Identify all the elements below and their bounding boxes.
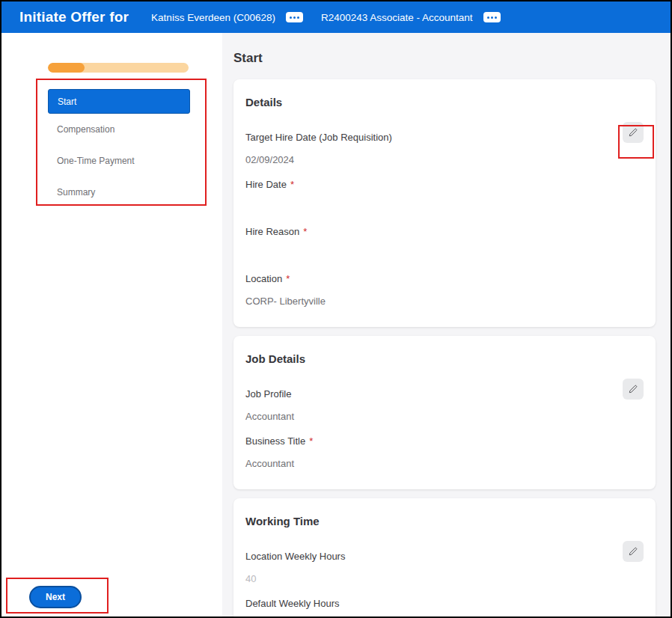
edit-working-time-button[interactable]	[623, 541, 644, 562]
required-marker: *	[290, 179, 294, 190]
field-hire-date: Hire Date*	[245, 178, 644, 214]
step-navigation: Start Compensation One-Time Payment Summ…	[48, 89, 190, 208]
required-marker: *	[286, 273, 290, 284]
working-time-card: Working Time Location Weekly Hours 40 De…	[233, 498, 656, 617]
pencil-icon	[628, 127, 638, 138]
step-one-time-payment[interactable]: One-Time Payment	[48, 145, 190, 177]
step-compensation[interactable]: Compensation	[48, 114, 190, 145]
field-value: 02/09/2024	[245, 153, 644, 167]
step-start[interactable]: Start	[48, 89, 190, 114]
next-button[interactable]: Next	[29, 586, 82, 608]
ellipsis-icon	[487, 16, 489, 19]
field-business-title: Business Title* Accountant	[245, 435, 644, 471]
initiate-offer-page: Initiate Offer for Katniss Everdeen (C00…	[0, 0, 672, 618]
field-default-weekly-hours: Default Weekly Hours	[245, 597, 644, 617]
ellipsis-icon	[290, 16, 292, 19]
card-title: Job Details	[245, 352, 644, 365]
required-marker: *	[309, 435, 313, 447]
field-target-hire-date: Target Hire Date (Job Requisition) 02/09…	[245, 131, 644, 167]
field-location: Location* CORP- Libertyville	[245, 272, 644, 308]
job-details-card: Job Details Job Profile Accountant Busin…	[233, 336, 656, 489]
field-value: CORP- Libertyville	[245, 294, 644, 308]
details-card: Details Target Hire Date (Job Requisitio…	[233, 79, 656, 327]
pencil-icon	[628, 546, 638, 557]
field-label: Location	[245, 273, 282, 284]
main-content: Start Details Target Hire Date (Job Requ…	[222, 33, 671, 617]
progress-bar	[48, 63, 189, 73]
header-title: Initiate Offer for	[19, 9, 129, 25]
field-label: Default Weekly Hours	[245, 598, 339, 609]
edit-job-details-button[interactable]	[623, 379, 644, 400]
field-label: Location Weekly Hours	[245, 551, 345, 562]
requisition-name: R2400243 Associate - Accountant	[321, 12, 473, 23]
candidate-related-actions-button[interactable]	[286, 12, 303, 22]
field-hire-reason: Hire Reason*	[245, 225, 644, 261]
step-summary[interactable]: Summary	[48, 177, 190, 208]
field-label: Hire Date	[245, 179, 287, 190]
page-body: Start Compensation One-Time Payment Summ…	[1, 33, 671, 617]
field-label: Hire Reason	[245, 226, 299, 237]
card-title: Working Time	[245, 515, 644, 527]
field-label: Business Title	[245, 435, 305, 447]
card-title: Details	[245, 96, 644, 108]
field-label: Job Profile	[245, 388, 291, 400]
requisition-related-actions-button[interactable]	[483, 12, 501, 22]
field-value	[245, 200, 644, 214]
required-marker: *	[303, 226, 307, 237]
steps-sidebar: Start Compensation One-Time Payment Summ…	[1, 33, 222, 617]
candidate-name: Katniss Everdeen (C00628)	[151, 12, 275, 23]
field-value: Accountant	[245, 409, 644, 423]
field-job-profile: Job Profile Accountant	[245, 388, 644, 423]
app-header: Initiate Offer for Katniss Everdeen (C00…	[1, 1, 671, 33]
edit-details-button[interactable]	[623, 122, 644, 143]
field-value	[245, 247, 644, 261]
field-label: Target Hire Date (Job Requisition)	[245, 132, 392, 143]
field-location-weekly-hours: Location Weekly Hours 40	[245, 550, 644, 586]
progress-bar-fill	[48, 63, 85, 73]
field-value: Accountant	[245, 456, 644, 471]
section-title: Start	[233, 51, 656, 66]
pencil-icon	[628, 384, 638, 394]
field-value: 40	[245, 572, 644, 586]
